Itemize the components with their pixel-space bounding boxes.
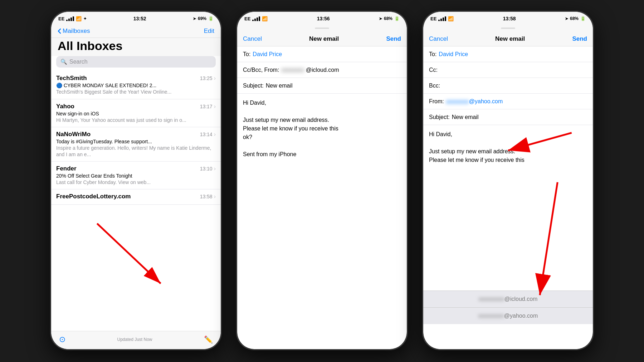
drag-handle-3 — [501, 28, 515, 29]
location-icon-1: ✦ — [83, 16, 87, 21]
chevron-4: › — [214, 165, 216, 172]
preview-4: Last call for Cyber Monday. View on web.… — [56, 179, 216, 185]
subject-label-3: Subject: — [429, 114, 450, 120]
location-arrow-2: ➤ — [379, 16, 382, 21]
inbox-title-bar: All Inboxes — [51, 38, 221, 56]
sender-1: TechSmith — [56, 75, 87, 82]
bcc-label-3: Bcc: — [429, 83, 440, 89]
location-arrow-3: ➤ — [565, 16, 568, 21]
subject-3: Today is #GivingTuesday. Please support.… — [56, 139, 216, 144]
status-right-3: ➤ 68% 🔋 — [565, 16, 586, 21]
preview-3: Inspire a future generation. Hello, writ… — [56, 145, 216, 158]
dropdown-icloud-domain[interactable]: @icloud.com — [504, 296, 538, 302]
compose-nav-3: Cancel New email Send — [423, 32, 593, 46]
nav-bar-1: Mailboxes Edit — [51, 25, 221, 38]
wifi-icon-3: 📶 — [448, 16, 454, 21]
time-1: 13:25 — [200, 75, 213, 81]
chevron-2: › — [214, 103, 216, 110]
email-item-2[interactable]: Yahoo 13:17 › New sign-in on iOS Hi Mart… — [51, 99, 221, 127]
phone-2: EE 📶 13:56 ➤ 68% 🔋 — [236, 11, 408, 350]
cc-field-2[interactable]: Cc/Bcc, From: xxxxxxxx @icloud.com — [237, 62, 407, 78]
email-blurred-2: xxxxxxxx — [281, 67, 304, 73]
status-bar-1: EE 📶 ✦ 13:52 ➤ 69% 🔋 — [51, 12, 221, 25]
sender-5: FreePostcodeLottery.com — [56, 193, 131, 200]
search-bar[interactable]: 🔍 Search — [56, 56, 216, 68]
phone-3: EE 📶 13:58 ➤ 68% 🔋 — [422, 11, 594, 350]
cc-label-2: Cc/Bcc, From: — [243, 67, 279, 73]
to-value-2[interactable]: David Price — [253, 51, 401, 58]
updated-label: Updated Just Now — [117, 337, 152, 342]
back-label-1[interactable]: Mailboxes — [63, 28, 90, 35]
subject-value-2[interactable]: New email — [266, 83, 401, 89]
dropdown-icloud[interactable]: xxxxxxxxx — [479, 296, 504, 302]
from-value-3: yyyyyyyy@yahoo.com — [446, 98, 587, 105]
email-item-5[interactable]: FreePostcodeLottery.com 13:58 › — [51, 189, 221, 205]
to-field-2[interactable]: To: David Price — [237, 46, 407, 62]
signal-bars-3 — [438, 16, 446, 21]
status-right-1: ➤ 69% 🔋 — [193, 16, 214, 21]
search-placeholder: Search — [69, 59, 88, 65]
cancel-button-3[interactable]: Cancel — [429, 35, 448, 43]
email-item-1[interactable]: TechSmith 13:25 › 🔵 CYBER MONDAY SALE EX… — [51, 71, 221, 99]
wifi-icon-1: 📶 — [76, 16, 82, 21]
from-label-3: From: — [429, 98, 444, 105]
signal-bars-1 — [66, 16, 74, 21]
compose-body-2[interactable]: Hi David, Just setup my new email addres… — [237, 94, 407, 349]
subject-field-2[interactable]: Subject: New email — [237, 78, 407, 94]
battery-1: 69% — [198, 16, 206, 21]
time-3: 13:14 — [200, 132, 213, 137]
bcc-field-3[interactable]: Bcc: — [423, 78, 593, 94]
carrier-label-3: EE — [430, 16, 436, 21]
to-field-3[interactable]: To: David Price — [423, 46, 593, 62]
cc-field-3[interactable]: Cc: — [423, 62, 593, 78]
subject-value-3[interactable]: New email — [452, 114, 587, 120]
back-button-1[interactable]: Mailboxes — [58, 28, 90, 35]
battery-icon-2: 🔋 — [394, 16, 400, 21]
preview-2: Hi Martyn, Your Yahoo account was just u… — [56, 117, 216, 123]
location-arrow-1: ➤ — [193, 16, 196, 21]
cc-value-2: xxxxxxxx @icloud.com — [281, 67, 401, 73]
send-button-3[interactable]: Send — [572, 35, 587, 43]
body-text-3: Hi David, Just setup my new email addres… — [429, 130, 587, 164]
filter-icon[interactable]: ⊙ — [59, 335, 65, 344]
sender-2: Yahoo — [56, 103, 74, 110]
subject-1: 🔵 CYBER MONDAY SALE EXTENDED! 2... — [56, 83, 216, 88]
subject-2: New sign-in on iOS — [56, 111, 216, 116]
time-2: 13:56 — [317, 16, 330, 21]
email-item-4[interactable]: Fender 13:10 › 20% Off Select Gear Ends … — [51, 162, 221, 189]
yahoo-email-blurred: yyyyyyyy — [446, 98, 469, 105]
dropdown-yahoo[interactable]: xxxxxxxxx — [478, 313, 504, 319]
time-3: 13:58 — [503, 16, 516, 21]
battery-3: 68% — [570, 16, 579, 21]
sender-3: NaNoWriMo — [56, 131, 91, 138]
chevron-1: › — [214, 75, 216, 81]
subject-label-2: Subject: — [243, 83, 264, 89]
body-text-2: Hi David, Just setup my new email addres… — [243, 99, 401, 159]
compose-title-2: New email — [309, 35, 339, 43]
preview-1: TechSmith's Biggest Sale of the Year! Vi… — [56, 89, 216, 95]
from-field-3[interactable]: From: yyyyyyyy@yahoo.com — [423, 94, 593, 109]
search-icon: 🔍 — [60, 59, 67, 65]
status-left-1: EE 📶 ✦ — [58, 16, 87, 21]
email-item-3[interactable]: NaNoWriMo 13:14 › Today is #GivingTuesda… — [51, 127, 221, 162]
to-label-2: To: — [243, 51, 250, 58]
to-value-3[interactable]: David Price — [439, 51, 587, 58]
drag-handle-2 — [315, 28, 329, 29]
dropdown-yahoo-domain[interactable]: @yahoo.com — [504, 313, 538, 319]
time-5: 13:58 — [200, 194, 213, 199]
subject-field-3[interactable]: Subject: New email — [423, 109, 593, 125]
carrier-label-1: EE — [58, 16, 64, 21]
edit-button-1[interactable]: Edit — [204, 28, 214, 35]
cancel-button-2[interactable]: Cancel — [243, 35, 262, 43]
wifi-icon-2: 📶 — [262, 16, 268, 21]
status-right-2: ➤ 68% 🔋 — [379, 16, 400, 21]
send-button-2[interactable]: Send — [386, 35, 401, 43]
compose-icon[interactable]: ✏️ — [204, 335, 213, 344]
compose-nav-2: Cancel New email Send — [237, 32, 407, 46]
cc-label-3: Cc: — [429, 67, 438, 73]
battery-icon-3: 🔋 — [580, 16, 586, 21]
tab-bar-1: ⊙ Updated Just Now ✏️ — [51, 331, 221, 349]
time-4: 13:10 — [200, 166, 213, 172]
status-bar-2: EE 📶 13:56 ➤ 68% 🔋 — [237, 12, 407, 25]
battery-icon-1: 🔋 — [208, 16, 214, 21]
